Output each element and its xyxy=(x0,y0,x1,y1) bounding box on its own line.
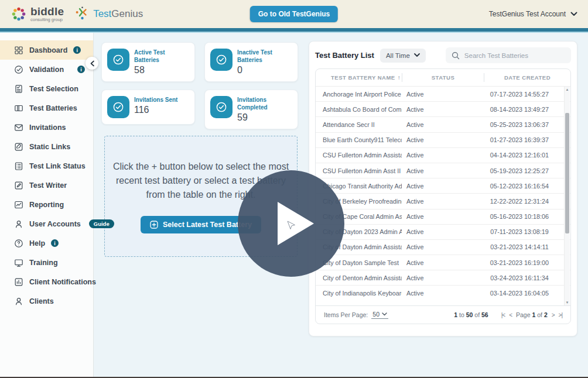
table-row[interactable]: Chicago Transit Authority Admin A Active… xyxy=(316,178,570,193)
table-row[interactable]: City of Dayton Sample Test Active 03-21-… xyxy=(316,255,570,270)
table-row[interactable]: Anchorage Int Airport Police Fire C Acti… xyxy=(316,86,570,101)
sidebar-item-label: Test Writer xyxy=(29,181,67,190)
sidebar-item-label: Invitations xyxy=(29,123,66,132)
table-row[interactable]: City of Cape Coral Admin Assistant Activ… xyxy=(316,209,570,224)
pagination: |< < Page 1 of 2 > >| xyxy=(501,311,562,318)
battery-name-cell: CSU Fullerton Admin Asst II xyxy=(316,167,402,174)
battery-name-cell: City of Indianapolis Keyboarding Te xyxy=(316,290,402,297)
account-menu[interactable]: TestGenius Test Account xyxy=(489,10,577,18)
info-icon[interactable]: i xyxy=(73,46,81,54)
battery-name-cell: Ashtabula Co Board of Commissior xyxy=(316,106,402,113)
chart-line-icon xyxy=(14,200,23,209)
next-page-button[interactable]: > xyxy=(552,312,555,318)
dashboard-grid-icon xyxy=(14,46,23,55)
info-icon[interactable]: i xyxy=(51,239,59,247)
sidebar-item-static-links[interactable]: Static Links xyxy=(0,137,93,156)
first-page-button[interactable]: |< xyxy=(501,312,505,318)
stat-value: 59 xyxy=(237,112,292,123)
table-row[interactable]: City of Berkeley Proofreading 2 Active 1… xyxy=(316,193,570,208)
chevron-down-icon xyxy=(382,312,387,316)
check-badge-icon xyxy=(210,49,233,71)
sidebar-item-invitations[interactable]: Invitations xyxy=(0,118,93,137)
sidebar-item-label: Help xyxy=(29,239,45,248)
row-range-text: 1 to 50 of 56 xyxy=(454,311,488,318)
sidebar-item-dashboard[interactable]: Dashboard i xyxy=(0,40,93,60)
status-cell: Active xyxy=(402,152,484,159)
sidebar-item-help[interactable]: Help i xyxy=(0,233,93,253)
column-header-name[interactable]: TEST BATTERY NAME ↑ xyxy=(316,74,402,81)
date-created-cell: 05-12-2023 16:16:54 xyxy=(484,183,570,190)
biddle-name: biddle xyxy=(30,6,64,17)
guide-badge[interactable]: Guide xyxy=(89,219,114,228)
status-cell: Active xyxy=(402,121,484,128)
sidebar-item-test-link-status[interactable]: Test Link Status xyxy=(0,156,93,176)
items-per-page-label: Items Per Page: xyxy=(324,311,368,318)
sidebar-item-label: Training xyxy=(29,259,58,267)
date-created-cell: 08-14-2023 13:49:27 xyxy=(484,106,570,113)
column-header-date-created[interactable]: DATE CREATED xyxy=(484,73,570,82)
table-row[interactable]: Ashtabula Co Board of Commissior Active … xyxy=(316,101,570,116)
search-input[interactable] xyxy=(464,52,565,59)
test-battery-list-panel: Test Battery List All Time TEST BATTERY … xyxy=(309,41,577,336)
sidebar-item-reporting[interactable]: Reporting xyxy=(0,195,93,214)
date-created-cell: 07-11-2023 13:08:19 xyxy=(484,228,570,235)
sidebar-collapse-button[interactable] xyxy=(86,57,98,70)
table-row[interactable]: CSU Fullerton Admin Assistant II Active … xyxy=(316,147,570,163)
table-row[interactable]: CSU Fullerton Admin Asst II Active 05-19… xyxy=(316,163,570,178)
sidebar-item-training[interactable]: Training xyxy=(0,253,93,272)
sidebar-item-test-writer[interactable]: Test Writer xyxy=(0,176,93,195)
date-created-cell: 12-22-2022 12:31:24 xyxy=(484,198,570,205)
stat-card-invitations-completed: Invitations Completed 59 xyxy=(204,90,298,129)
stat-title: Invitations Sent xyxy=(134,96,177,104)
table-row[interactable]: City of Indianapolis Keyboarding Te Acti… xyxy=(316,285,570,300)
column-header-status[interactable]: STATUS xyxy=(402,73,484,82)
battery-table: TEST BATTERY NAME ↑ STATUS DATE CREATED … xyxy=(315,68,571,324)
scroll-up-icon[interactable]: ▲ xyxy=(565,88,570,91)
time-filter-dropdown[interactable]: All Time xyxy=(380,49,426,63)
monitor-icon xyxy=(14,258,23,267)
items-per-page-select[interactable]: 50 xyxy=(371,311,388,319)
sidebar-item-user-accounts[interactable]: User Accounts Guide xyxy=(0,214,93,233)
sidebar-item-client-notifications[interactable]: Client Notifications xyxy=(0,272,93,291)
table-header: TEST BATTERY NAME ↑ STATUS DATE CREATED xyxy=(316,69,570,86)
mouse-cursor-icon xyxy=(286,221,296,232)
scrollbar-thumb[interactable] xyxy=(565,113,569,233)
status-cell: Active xyxy=(402,136,484,143)
status-cell: Active xyxy=(402,91,484,98)
sidebar-item-test-batteries[interactable]: Test Batteries xyxy=(0,98,93,118)
date-created-cell: 03-14-2023 16:04:05 xyxy=(484,290,570,297)
stat-value: 0 xyxy=(237,65,292,75)
table-row[interactable]: Attendance Secr II Active 05-25-2023 13:… xyxy=(316,116,570,132)
table-row[interactable]: Blue Earth County911 Telecommur Active 0… xyxy=(316,132,570,147)
table-scrollbar[interactable]: ▲ ▼ xyxy=(564,87,570,305)
status-cell: Active xyxy=(402,183,484,190)
chevron-down-icon xyxy=(570,12,577,16)
table-row[interactable]: City of Dayton 2023 Admin Assista Active… xyxy=(316,224,570,239)
sidebar-item-validation[interactable]: Validation i xyxy=(0,60,93,79)
scroll-down-icon[interactable]: ▼ xyxy=(565,301,570,304)
check-badge-icon xyxy=(107,96,129,118)
table-row[interactable]: City of Denton Admin Assistant II Active… xyxy=(316,270,570,285)
stat-title: Inactive Test Batteries xyxy=(237,49,292,64)
sidebar-item-clients[interactable]: Clients xyxy=(0,291,93,311)
check-badge-icon xyxy=(107,49,129,71)
previous-page-button[interactable]: < xyxy=(509,312,512,318)
table-row[interactable]: City of Dayton Admin Assistant Active 03… xyxy=(316,239,570,255)
info-icon[interactable]: i xyxy=(77,66,85,73)
date-created-cell: 03-21-2023 16:19:00 xyxy=(484,259,570,266)
date-created-cell: 01-27-2023 16:39:37 xyxy=(484,136,570,143)
search-icon xyxy=(452,51,460,60)
account-name: TestGenius Test Account xyxy=(489,10,566,18)
status-cell: Active xyxy=(402,167,484,174)
sidebar-item-label: Test Link Status xyxy=(29,162,86,170)
go-to-old-testgenius-button[interactable]: Go to Old TestGenius xyxy=(250,6,338,22)
sidebar-item-label: Reporting xyxy=(29,201,64,209)
time-filter-value: All Time xyxy=(386,52,410,59)
last-page-button[interactable]: >| xyxy=(559,312,562,318)
sidebar-item-test-selection[interactable]: Test Selection xyxy=(0,79,93,98)
sidebar: Dashboard i Validation i Test Selection … xyxy=(0,33,94,378)
list-status-icon xyxy=(14,161,23,171)
top-bar: biddle consulting group TestGenius Go to… xyxy=(0,0,588,28)
testgenius-logo: TestGenius xyxy=(76,6,143,22)
chevron-left-icon xyxy=(90,60,95,67)
